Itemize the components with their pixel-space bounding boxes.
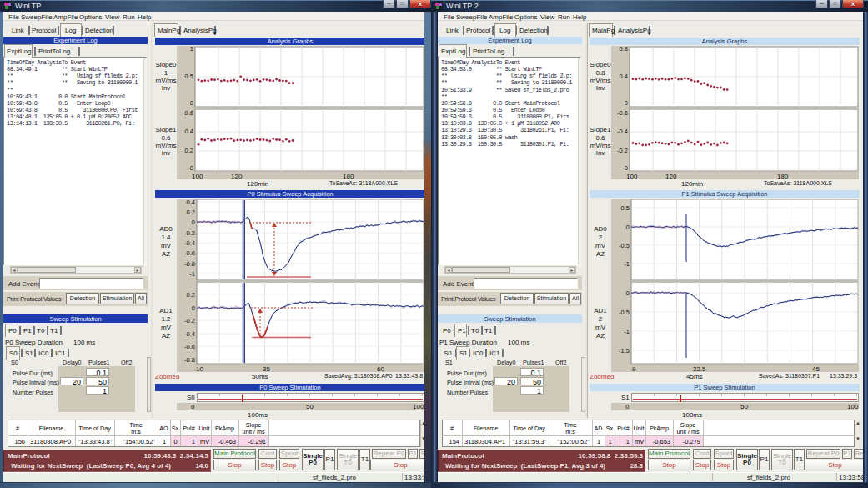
svg-text:-0.2: -0.2: [184, 229, 195, 237]
svg-text:-0.4: -0.4: [184, 239, 195, 247]
svg-text:0.4: 0.4: [620, 73, 628, 80]
svg-text:0.5: 0.5: [185, 73, 193, 80]
svg-text:-1: -1: [189, 270, 195, 278]
svg-text:0.5: 0.5: [621, 204, 630, 212]
svg-text:0.2: 0.2: [185, 147, 193, 154]
svg-text:-1: -1: [624, 260, 630, 268]
svg-text:-0.6: -0.6: [184, 249, 195, 257]
svg-text:0: 0: [190, 99, 193, 107]
svg-text:0.6: 0.6: [185, 109, 193, 117]
svg-text:-0.2: -0.2: [184, 317, 195, 324]
svg-text:-0.8: -0.8: [184, 356, 195, 364]
svg-text:0.2: 0.2: [187, 291, 195, 299]
svg-text:-0.6: -0.6: [184, 343, 195, 350]
svg-text:0: 0: [626, 289, 630, 297]
svg-text:0: 0: [192, 219, 195, 226]
svg-text:0.4: 0.4: [185, 128, 193, 135]
svg-text:1: 1: [190, 46, 193, 53]
svg-text:-0.5: -0.5: [619, 242, 630, 249]
svg-text:0.4: 0.4: [187, 199, 195, 206]
svg-text:-1.5: -1.5: [619, 347, 630, 355]
svg-text:-0.6: -0.6: [617, 109, 628, 117]
svg-text:-0.4: -0.4: [617, 128, 628, 135]
svg-text:0: 0: [190, 164, 193, 172]
svg-text:0: 0: [625, 164, 628, 172]
svg-text:-0.8: -0.8: [184, 260, 195, 268]
svg-text:-0.5: -0.5: [619, 309, 630, 316]
svg-text:0: 0: [192, 304, 195, 312]
svg-text:-0.2: -0.2: [617, 147, 628, 154]
svg-text:0: 0: [625, 99, 628, 107]
svg-text:0.2: 0.2: [187, 209, 195, 216]
svg-text:0: 0: [626, 224, 630, 231]
svg-text:0.8: 0.8: [620, 46, 628, 53]
svg-text:-1: -1: [624, 328, 630, 335]
svg-text:-0.4: -0.4: [184, 330, 195, 338]
